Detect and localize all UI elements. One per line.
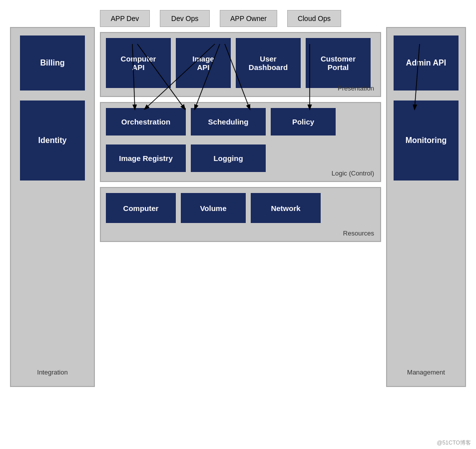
network-box: Network xyxy=(251,193,321,223)
monitoring-box: Monitoring xyxy=(394,100,459,180)
logging-box: Logging xyxy=(191,144,266,172)
watermark: @51CTO博客 xyxy=(437,439,471,446)
actor-appowner: APP Owner xyxy=(220,10,277,27)
presentation-section: ComputerAPI ImageAPI UserDashboard Custo… xyxy=(100,32,381,97)
actor-appdev: APP Dev xyxy=(100,10,150,27)
resources-label: Resources xyxy=(343,230,374,237)
image-api-box: ImageAPI xyxy=(176,38,231,88)
main-container: APP Dev Dev Ops APP Owner Cloud Ops Bill… xyxy=(0,0,476,449)
computer-api-box: ComputerAPI xyxy=(106,38,171,88)
policy-box: Policy xyxy=(271,108,336,136)
actor-cloudops: Cloud Ops xyxy=(287,10,341,27)
integration-label: Integration xyxy=(37,368,67,378)
management-col: Admin API Monitoring Management xyxy=(386,27,466,387)
image-registry-box: Image Registry xyxy=(106,144,186,172)
volume-box: Volume xyxy=(181,193,246,223)
orchestration-box: Orchestration xyxy=(106,108,186,136)
center-col: ComputerAPI ImageAPI UserDashboard Custo… xyxy=(95,27,386,387)
actors-row: APP Dev Dev Ops APP Owner Cloud Ops xyxy=(100,10,466,27)
scheduling-box: Scheduling xyxy=(191,108,266,136)
user-dashboard-box: UserDashboard xyxy=(236,38,301,88)
integration-col: Billing Identity Integration xyxy=(10,27,95,387)
resources-section: Computer Volume Network Resources xyxy=(100,187,381,242)
admin-api-box: Admin API xyxy=(394,36,459,90)
logic-section: Orchestration Scheduling Policy Image Re… xyxy=(100,102,381,182)
actor-devops: Dev Ops xyxy=(160,10,210,27)
identity-box: Identity xyxy=(20,100,85,180)
logic-label: Logic (Control) xyxy=(332,170,374,177)
billing-box: Billing xyxy=(20,36,85,90)
management-label: Management xyxy=(407,368,445,378)
computer-box: Computer xyxy=(106,193,176,223)
customer-portal-box: CustomerPortal xyxy=(306,38,371,88)
presentation-label: Presentation xyxy=(338,84,374,92)
architecture-layout: Billing Identity Integration ComputerAPI… xyxy=(10,27,466,387)
